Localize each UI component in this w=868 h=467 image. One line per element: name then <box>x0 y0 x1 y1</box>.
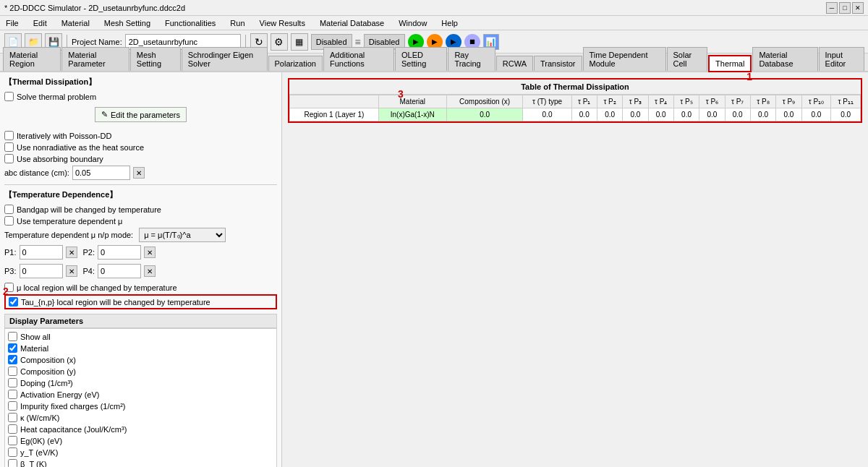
close-button[interactable]: ✕ <box>852 2 864 14</box>
p2-clear[interactable]: ✕ <box>144 247 156 258</box>
tab-schrodinger[interactable]: Schrodinger Eigen Solver <box>182 47 268 71</box>
disabled-label-1: Disabled <box>316 38 347 46</box>
abc-distance-row: abc distance (cm): ✕ <box>4 166 277 180</box>
bandgap-temp-row: Bandgap will be changed by temperature <box>4 205 277 214</box>
p3-p4-row: P3: ✕ P4: ✕ <box>4 264 277 280</box>
mode-label: Temperature dependent μ n/p mode: <box>4 231 133 239</box>
abc-distance-input[interactable] <box>72 166 130 180</box>
display-composition-y: Composition (y) <box>8 367 273 376</box>
td-val-7: 0.0 <box>750 108 775 121</box>
td-val-8: 0.0 <box>776 108 801 121</box>
tab-time-dependent[interactable]: Time Dependent Module <box>583 47 666 71</box>
mode-dropdown[interactable]: μ = μ(T/T₀)^a <box>139 228 226 242</box>
absorbing-boundary-label: Use absorbing boundary <box>17 155 103 163</box>
tau-local-checkbox[interactable] <box>9 297 18 307</box>
tab-polarization[interactable]: Polarization <box>268 56 323 71</box>
td-val-5: 0.0 <box>699 108 725 121</box>
p1-label: P1: <box>4 248 17 257</box>
menu-functionalities[interactable]: Functionalities <box>162 18 218 28</box>
td-composition: 0.0 <box>446 108 523 121</box>
main-content: 2 【Thermal Dissipation】 Solve thermal pr… <box>0 72 868 467</box>
p4-clear[interactable]: ✕ <box>144 265 156 277</box>
p1-row: P1: ✕ <box>4 245 77 260</box>
title-bar-title: * 2D-DDCC Simulator - 2D_usetaunrbyfunc.… <box>4 4 185 12</box>
tab-mesh-setting[interactable]: Mesh Setting <box>130 47 181 71</box>
material-checkbox[interactable] <box>8 343 17 353</box>
maximize-button[interactable]: □ <box>839 2 851 14</box>
label-2: 2 <box>3 286 9 297</box>
doping-checkbox[interactable] <box>8 378 17 387</box>
p1-input[interactable] <box>20 245 63 260</box>
menu-edit[interactable]: Edit <box>30 18 50 28</box>
kappa-checkbox[interactable] <box>8 413 17 422</box>
th-tau-p4: τ P₄ <box>648 95 673 108</box>
tab-additional-functions[interactable]: Additional Functions <box>323 47 394 71</box>
minimize-button[interactable]: ─ <box>826 2 838 14</box>
beta-t-checkbox[interactable] <box>8 459 17 467</box>
right-panel: 1 3 Table of Thermal Dissipation Materia… <box>282 72 868 467</box>
p2-input[interactable] <box>98 245 141 260</box>
menu-material-database[interactable]: Material Database <box>317 18 387 28</box>
activation-energy-checkbox[interactable] <box>8 390 17 399</box>
tab-solar-cell[interactable]: Solar Cell <box>667 47 708 71</box>
p2-label: P2: <box>83 248 95 257</box>
menu-mesh[interactable]: Mesh Setting <box>101 18 153 28</box>
tab-material-database[interactable]: Material Database <box>752 47 817 71</box>
thermal-table-container: Table of Thermal Dissipation Material Co… <box>288 78 862 123</box>
display-composition-x: Composition (x) <box>8 355 273 364</box>
nonradiative-label: Use nonradiative as the heat source <box>17 143 144 152</box>
p1-clear[interactable]: ✕ <box>66 247 77 258</box>
project-name-label: Project Name: <box>72 38 122 46</box>
th-tau-p1: τ P₁ <box>571 95 597 108</box>
impurity-checkbox[interactable] <box>8 401 17 411</box>
absorbing-boundary-row: Use absorbing boundary <box>4 154 277 163</box>
th-composition: Composition (x) <box>446 95 523 108</box>
abc-distance-clear[interactable]: ✕ <box>133 167 145 179</box>
display-heat-cap: Heat capacitance (Joul/K/cm³) <box>8 424 273 434</box>
y-t-checkbox[interactable] <box>8 447 17 457</box>
menu-file[interactable]: File <box>3 18 22 28</box>
tab-oled-setting[interactable]: OLED Setting <box>395 47 447 71</box>
display-material: Material <box>8 343 273 353</box>
p3-input[interactable] <box>20 264 63 278</box>
bandgap-temp-checkbox[interactable] <box>4 205 14 214</box>
grid-button[interactable]: ▦ <box>291 33 308 51</box>
display-impurity: Impurity fixed charges (1/cm²) <box>8 401 273 411</box>
heat-cap-checkbox[interactable] <box>8 424 17 434</box>
display-beta-t: β_T (K) <box>8 459 273 467</box>
bandgap-temp-label: Bandgap will be changed by temperature <box>17 205 161 214</box>
tab-rcwa[interactable]: RCWA <box>496 56 533 71</box>
edit-params-icon: ✎ <box>101 110 108 119</box>
menu-view-results[interactable]: View Results <box>257 18 308 28</box>
p3-clear[interactable]: ✕ <box>66 265 77 277</box>
menu-material[interactable]: Material <box>59 18 93 28</box>
td-val-10: 0.0 <box>831 108 861 121</box>
nonradiative-checkbox[interactable] <box>4 142 14 152</box>
show-all-checkbox[interactable] <box>8 332 17 341</box>
tab-ray-tracing[interactable]: Ray Tracing <box>448 47 495 71</box>
settings-button[interactable]: ⚙ <box>271 33 288 51</box>
tau-local-label: Tau_{n,p} local region will be changed b… <box>21 298 210 307</box>
tab-material-parameter[interactable]: Material Parameter <box>61 47 129 71</box>
table-title: Table of Thermal Dissipation <box>289 80 861 95</box>
composition-y-checkbox[interactable] <box>8 367 17 376</box>
solve-thermal-checkbox[interactable] <box>4 92 14 101</box>
p4-input[interactable] <box>98 264 141 278</box>
tab-transistor[interactable]: Transistor <box>534 56 582 71</box>
tab-input-editor[interactable]: Input Editor <box>819 47 864 71</box>
tab-material-region[interactable]: Material Region <box>3 47 61 71</box>
tab-thermal[interactable]: Thermal <box>708 55 752 72</box>
temp-dep-mu-checkbox[interactable] <box>4 216 14 226</box>
menu-help[interactable]: Help <box>438 18 461 28</box>
absorbing-boundary-checkbox[interactable] <box>4 154 14 163</box>
heat-cap-label: Heat capacitance (Joul/K/cm³) <box>20 425 127 434</box>
composition-y-label: Composition (y) <box>20 367 76 376</box>
edit-params-button[interactable]: ✎ Edit the parameters <box>95 107 187 122</box>
menu-run[interactable]: Run <box>227 18 247 28</box>
thermal-table: Material Composition (x) τ (T) type τ P₁… <box>289 95 861 121</box>
composition-x-checkbox[interactable] <box>8 355 17 364</box>
menu-window[interactable]: Window <box>396 18 430 28</box>
eg0k-checkbox[interactable] <box>8 436 17 445</box>
label-1: 1 <box>746 72 752 82</box>
iteratively-poisson-checkbox[interactable] <box>4 131 14 140</box>
